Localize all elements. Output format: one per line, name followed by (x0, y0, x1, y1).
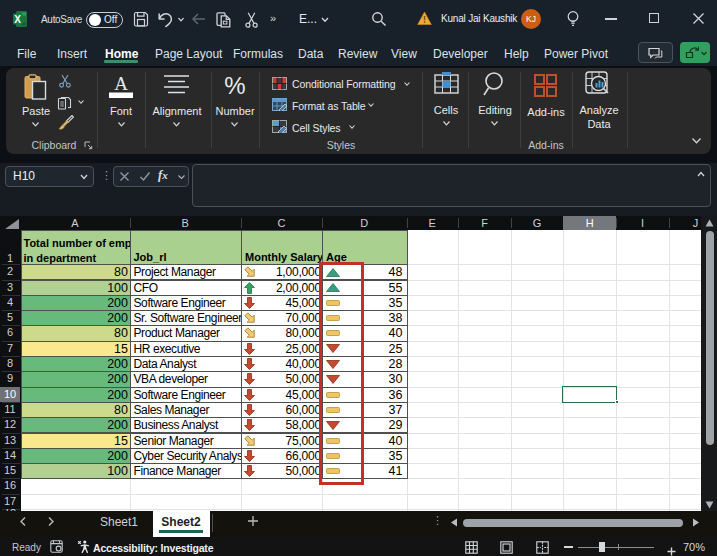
svg-text:X: X (14, 14, 21, 25)
svg-text:A: A (114, 73, 128, 94)
